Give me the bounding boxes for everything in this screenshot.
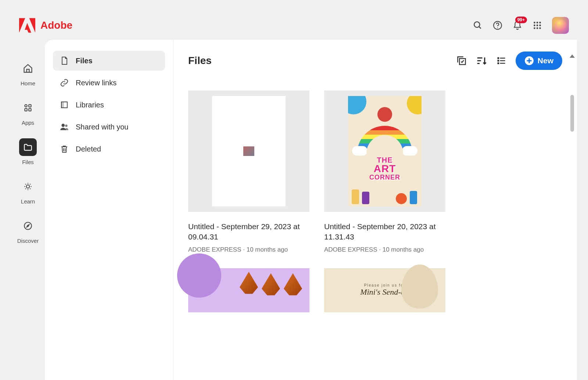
people-icon: [60, 122, 69, 132]
new-button[interactable]: New: [516, 52, 562, 70]
svg-point-17: [26, 185, 30, 188]
header: Adobe 99+: [11, 11, 577, 40]
rail-discover[interactable]: Discover: [17, 217, 39, 244]
avatar-image: [555, 19, 566, 31]
sidebar-item-label: Shared with you: [76, 123, 128, 131]
brand-logo[interactable]: Adobe: [19, 18, 72, 33]
svg-rect-15: [25, 109, 27, 111]
svg-rect-16: [29, 109, 31, 111]
svg-rect-39: [500, 60, 505, 61]
svg-point-0: [474, 22, 480, 27]
search-icon[interactable]: [473, 20, 483, 31]
rail-learn[interactable]: Learn: [19, 178, 37, 205]
svg-line-1: [479, 26, 481, 28]
svg-rect-40: [497, 63, 499, 64]
scrollbar-track[interactable]: [570, 61, 574, 373]
brand-name: Adobe: [40, 19, 72, 31]
home-icon: [23, 63, 33, 74]
file-card[interactable]: [188, 268, 309, 312]
sidebar-item-deleted[interactable]: Deleted: [53, 139, 165, 159]
sidebar-item-label: Libraries: [76, 101, 104, 109]
scrollbar-thumb[interactable]: [570, 95, 574, 132]
scrollbar[interactable]: [569, 54, 576, 373]
header-actions: 99+: [473, 17, 569, 34]
svg-point-6: [539, 22, 541, 24]
scroll-up-icon[interactable]: [570, 54, 575, 58]
file-title: Untitled - September 20, 2023 at 11.31.4…: [324, 221, 445, 242]
file-card[interactable]: THE ART CORNER Untitled - September 20,: [324, 90, 445, 253]
list-view-icon[interactable]: [496, 55, 507, 66]
svg-rect-38: [497, 60, 499, 62]
page-title: Files: [188, 55, 212, 67]
folder-icon: [23, 142, 33, 152]
notification-badge: 99+: [515, 17, 527, 23]
rail-discover-label: Discover: [17, 238, 39, 244]
apps-icon: [23, 103, 33, 113]
sidebar-item-files[interactable]: Files: [53, 51, 165, 71]
svg-line-22: [25, 184, 26, 185]
files-grid: Untitled - September 29, 2023 at 09.04.3…: [188, 90, 562, 312]
content-header: Files New: [188, 52, 562, 70]
nav-rail: Home Apps Files Learn Discover: [11, 40, 45, 380]
svg-point-4: [534, 22, 535, 24]
help-icon[interactable]: [492, 20, 503, 31]
apps-grid-icon[interactable]: [532, 20, 542, 31]
new-button-label: New: [538, 56, 553, 65]
sidebar: Files Review links Libraries Shared with…: [45, 40, 173, 380]
lightbulb-icon: [23, 182, 33, 191]
sidebar-item-libraries[interactable]: Libraries: [53, 95, 165, 115]
svg-point-30: [61, 124, 65, 127]
sidebar-item-shared[interactable]: Shared with you: [53, 117, 165, 137]
svg-marker-27: [27, 225, 29, 227]
svg-rect-41: [500, 63, 505, 64]
file-card[interactable]: Please join us for Mini's Send-off: [324, 268, 445, 312]
svg-point-3: [497, 27, 498, 28]
file-thumbnail: THE ART CORNER: [324, 90, 445, 212]
rail-files-label: Files: [22, 159, 34, 165]
svg-rect-36: [497, 57, 499, 59]
sort-icon[interactable]: [476, 55, 487, 66]
rail-apps-label: Apps: [22, 120, 34, 126]
file-title: Untitled - September 29, 2023 at 09.04.3…: [188, 221, 309, 242]
adobe-logo-icon: [19, 18, 35, 33]
link-icon: [60, 78, 69, 88]
file-card[interactable]: Untitled - September 29, 2023 at 09.04.3…: [188, 90, 309, 253]
sidebar-item-review-links[interactable]: Review links: [53, 73, 165, 93]
file-thumbnail: [188, 90, 309, 212]
rail-home[interactable]: Home: [19, 60, 37, 86]
content-area: Files New: [173, 40, 577, 380]
svg-rect-14: [29, 104, 31, 107]
svg-rect-29: [61, 102, 64, 108]
thumbnail-image: THE ART CORNER: [348, 96, 422, 206]
thumbnail-image: [243, 146, 254, 156]
rail-home-label: Home: [21, 80, 35, 86]
sidebar-item-label: Deleted: [76, 145, 101, 153]
svg-point-11: [537, 27, 538, 29]
select-all-icon[interactable]: [456, 55, 467, 66]
rail-files[interactable]: Files: [19, 138, 37, 165]
svg-rect-37: [500, 58, 505, 58]
rail-learn-label: Learn: [21, 198, 35, 205]
svg-point-10: [534, 27, 535, 29]
compass-icon: [23, 221, 33, 231]
file-meta: ADOBE EXPRESS · 10 months ago: [324, 246, 445, 253]
plus-circle-icon: [524, 56, 534, 65]
trash-icon: [60, 144, 69, 154]
rail-apps[interactable]: Apps: [19, 99, 37, 126]
svg-point-13: [25, 104, 27, 107]
svg-line-23: [30, 188, 31, 189]
svg-line-25: [30, 184, 31, 185]
svg-line-24: [25, 188, 26, 189]
libraries-icon: [60, 100, 69, 110]
file-meta: ADOBE EXPRESS · 10 months ago: [188, 246, 309, 253]
toolbar: New: [456, 52, 562, 70]
svg-point-9: [539, 25, 541, 26]
svg-point-8: [537, 25, 538, 26]
svg-point-7: [534, 25, 535, 26]
sidebar-item-label: Review links: [76, 79, 116, 87]
notifications-icon[interactable]: 99+: [512, 20, 523, 31]
avatar[interactable]: [552, 17, 569, 34]
svg-point-5: [537, 22, 538, 24]
file-thumbnail: [188, 268, 309, 312]
svg-point-31: [65, 125, 68, 127]
